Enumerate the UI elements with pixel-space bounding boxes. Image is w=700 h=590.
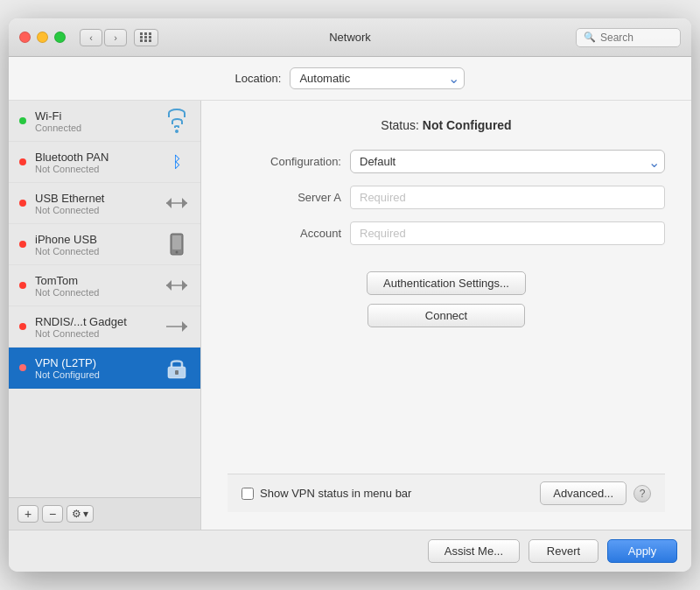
gear-chevron-icon: ▾ — [83, 508, 88, 520]
show-vpn-label[interactable]: Show VPN status in menu bar — [260, 487, 411, 500]
server-input-wrapper — [350, 186, 665, 209]
form-area: Configuration: Default ⌄ Server A — [228, 150, 665, 245]
sidebar-item-usb-ethernet[interactable]: USB Ethernet Not Connected — [9, 183, 200, 224]
location-bar: Location: Automatic ⌄ — [9, 57, 691, 101]
sidebar-item-status-vpn: Not Configured — [35, 369, 155, 380]
configuration-select[interactable]: Default — [350, 150, 665, 173]
sidebar-item-name-rndis: RNDIS/...t Gadget — [35, 315, 155, 328]
apply-button[interactable]: Apply — [607, 539, 677, 563]
sidebar-item-bluetooth[interactable]: Bluetooth PAN Not Connected ᛒ — [9, 142, 200, 183]
status-value: Not Configured — [423, 118, 512, 132]
wifi-icon — [164, 108, 190, 134]
grid-icon — [140, 32, 152, 42]
window-title: Network — [329, 31, 371, 44]
main-footer: Assist Me... Revert Apply — [9, 530, 691, 572]
sidebar-item-info-bluetooth: Bluetooth PAN Not Connected — [35, 151, 155, 174]
traffic-lights — [19, 32, 66, 43]
status-dot-iphone-usb — [19, 241, 26, 248]
advanced-button[interactable]: Advanced... — [540, 481, 626, 505]
assist-me-button[interactable]: Assist Me... — [428, 539, 520, 563]
bluetooth-icon: ᛒ — [164, 149, 190, 175]
close-button[interactable] — [19, 32, 31, 43]
svg-marker-1 — [182, 198, 187, 208]
account-input-wrapper — [350, 221, 665, 245]
configuration-select-wrapper: Default ⌄ — [350, 150, 665, 173]
sidebar-item-info-vpn: VPN (L2TP) Not Configured — [35, 356, 155, 380]
auth-settings-button[interactable]: Authentication Settings... — [367, 271, 526, 295]
sidebar-item-name-vpn: VPN (L2TP) — [35, 356, 155, 369]
sidebar-item-info-wifi: Wi-Fi Connected — [35, 109, 155, 133]
gear-icon: ⚙ — [72, 508, 81, 520]
search-box[interactable]: 🔍 — [576, 28, 681, 47]
show-vpn-checkbox-wrap: Show VPN status in menu bar — [242, 487, 411, 500]
server-input[interactable] — [350, 186, 665, 209]
show-vpn-checkbox[interactable] — [242, 488, 254, 500]
configuration-label: Configuration: — [228, 155, 341, 168]
sidebar-item-info-tomtom: TomTom Not Connected — [35, 274, 155, 298]
remove-network-button[interactable]: − — [42, 505, 63, 523]
sidebar-item-rndis[interactable]: RNDIS/...t Gadget Not Connected — [9, 306, 200, 348]
sidebar-item-info-iphone-usb: iPhone USB Not Connected — [35, 233, 155, 256]
sidebar-item-iphone-usb[interactable]: iPhone USB Not Connected — [9, 224, 200, 265]
server-row: Server A — [228, 186, 665, 209]
back-button[interactable]: ‹ — [80, 29, 102, 46]
revert-button[interactable]: Revert — [528, 539, 598, 563]
network-window: ‹ › Network 🔍 Location: Automatic ⌄ — [9, 18, 691, 572]
sidebar-item-status-rndis: Not Connected — [35, 328, 155, 339]
location-select[interactable]: Automatic — [290, 67, 465, 89]
bottom-bar: Show VPN status in menu bar Advanced... … — [228, 474, 665, 512]
status-dot-bluetooth — [19, 158, 26, 165]
location-select-wrapper: Automatic ⌄ — [290, 67, 465, 89]
status-dot-vpn — [19, 364, 26, 371]
connect-button[interactable]: Connect — [368, 304, 525, 327]
sidebar-item-vpn[interactable]: VPN (L2TP) Not Configured — [9, 348, 200, 389]
main-content: Wi-Fi Connected — [9, 101, 691, 530]
status-line: Status: Not Configured — [228, 118, 665, 132]
sidebar-list: Wi-Fi Connected — [9, 101, 200, 497]
bottom-right: Advanced... ? — [540, 481, 651, 505]
sidebar-item-status-iphone-usb: Not Connected — [35, 246, 155, 256]
sidebar-item-name-wifi: Wi-Fi — [35, 109, 155, 123]
sidebar-item-name-tomtom: TomTom — [35, 274, 155, 287]
location-label: Location: — [235, 72, 282, 85]
svg-rect-12 — [175, 370, 178, 375]
forward-button[interactable]: › — [104, 29, 127, 46]
svg-rect-4 — [172, 235, 181, 249]
sidebar-footer: + − ⚙ ▾ — [9, 497, 200, 530]
grid-button[interactable] — [134, 29, 158, 46]
search-input[interactable] — [600, 32, 670, 44]
sidebar: Wi-Fi Connected — [9, 101, 201, 530]
status-dot-usb-ethernet — [19, 200, 26, 207]
nav-buttons: ‹ › — [80, 29, 127, 46]
lock-icon — [164, 355, 190, 381]
detail-panel: Status: Not Configured Configuration: De… — [201, 101, 691, 530]
sidebar-item-status-wifi: Connected — [35, 123, 155, 133]
account-input[interactable] — [350, 221, 665, 245]
add-network-button[interactable]: + — [18, 505, 38, 523]
status-text-label: Status: — [381, 118, 422, 132]
status-dot-tomtom — [19, 282, 26, 289]
account-label: Account — [228, 227, 341, 240]
sidebar-item-status-usb-ethernet: Not Connected — [35, 205, 155, 215]
sidebar-item-name-usb-ethernet: USB Ethernet — [35, 192, 155, 205]
maximize-button[interactable] — [54, 32, 66, 43]
ethernet-icon-rndis — [164, 313, 190, 340]
phone-icon — [164, 231, 190, 257]
svg-point-5 — [176, 251, 178, 254]
help-button[interactable]: ? — [634, 485, 651, 502]
status-dot-wifi — [19, 117, 26, 124]
ethernet-icon-tomtom — [164, 272, 190, 299]
svg-marker-2 — [166, 198, 172, 208]
sidebar-item-wifi[interactable]: Wi-Fi Connected — [9, 101, 200, 142]
action-buttons: Authentication Settings... Connect — [228, 271, 665, 327]
svg-marker-10 — [182, 321, 187, 332]
titlebar: ‹ › Network 🔍 — [9, 18, 691, 57]
gear-button[interactable]: ⚙ ▾ — [66, 505, 94, 523]
sidebar-item-tomtom[interactable]: TomTom Not Connected — [9, 265, 200, 306]
sidebar-item-info-usb-ethernet: USB Ethernet Not Connected — [35, 192, 155, 215]
ethernet-icon-usb — [164, 190, 190, 216]
minimize-button[interactable] — [37, 32, 48, 43]
spacer — [228, 345, 665, 474]
sidebar-item-status-bluetooth: Not Connected — [35, 164, 155, 174]
sidebar-item-status-tomtom: Not Connected — [35, 287, 155, 298]
